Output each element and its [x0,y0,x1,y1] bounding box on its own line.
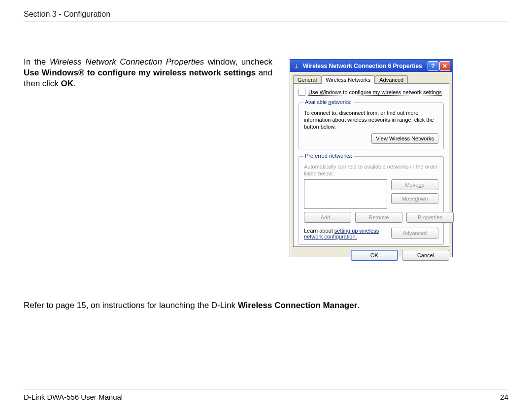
tab-page-wireless: Use Windows to configure my wireless net… [293,83,449,247]
close-button[interactable]: ✕ [439,61,450,71]
use-windows-checkbox-label: Use Windows to configure my wireless net… [308,89,442,96]
advanced-button[interactable]: Advanced [391,228,438,239]
p1-window-name: Wireless Network Connection Properties [50,57,204,67]
cancel-button[interactable]: Cancel [402,250,449,261]
titlebar: ⟂ Wireless Network Connection 6 Properti… [290,60,452,72]
wireless-icon: ⟂ [292,62,300,70]
preferred-networks-text: Automatically connect to available netwo… [304,164,438,177]
tab-wireless-networks[interactable]: Wireless Networks [321,75,375,84]
footer-page-number: 24 [500,393,508,401]
footer-rule [24,389,508,389]
p1-text-b: window, uncheck [204,57,272,67]
ok-button[interactable]: OK [351,250,398,261]
tab-general[interactable]: General [293,75,321,84]
preferred-networks-list[interactable] [304,179,387,209]
properties-button[interactable]: Properties [406,212,454,223]
p1-text-a: In the [24,57,50,67]
window-title: Wireless Network Connection 6 Properties [303,63,427,69]
p2-bold: Wireless Connection Manager [238,301,358,310]
p2-text-b: . [357,301,360,310]
section-header: Section 3 - Configuration [24,10,508,19]
view-wireless-networks-button[interactable]: View Wireless Networks [371,133,438,144]
remove-button[interactable]: Remove [355,212,402,223]
move-down-button[interactable]: Move down [391,193,438,204]
preferred-networks-title: Preferred networks: [303,153,354,159]
xp-properties-dialog: ⟂ Wireless Network Connection 6 Properti… [290,59,453,257]
add-button[interactable]: Add... [304,212,351,223]
tab-advanced[interactable]: Advanced [375,75,408,84]
tab-strip: General Wireless Networks Advanced [293,75,449,83]
move-up-button[interactable]: Move up [391,179,438,190]
preferred-networks-group: Preferred networks: Automatically connec… [299,156,444,245]
header-rule [24,22,508,22]
p2-text-a: Refer to page 15, on instructions for la… [24,301,238,310]
use-windows-checkbox-row[interactable]: Use Windows to configure my wireless net… [299,89,444,96]
instruction-paragraph-1: In the Wireless Network Connection Prope… [24,57,272,89]
available-networks-text: To connect to, disconnect from, or find … [304,110,438,130]
p1-ok: OK [61,79,74,88]
p1-text-d: . [73,79,76,88]
available-networks-title: Available networks: [303,99,354,105]
p1-option-name: Use Windows® to configure my wireless ne… [24,68,256,77]
available-networks-group: Available networks: To connect to, disco… [299,103,444,149]
help-button[interactable]: ? [428,61,438,71]
dialog-bottom-buttons: OK Cancel [293,250,449,261]
checkbox-icon[interactable] [299,89,305,96]
learn-about-text: Learn about setting up wireless network … [304,228,391,240]
footer-manual-name: D-Link DWA-556 User Manual [24,393,123,401]
instruction-paragraph-2: Refer to page 15, on instructions for la… [24,301,487,310]
